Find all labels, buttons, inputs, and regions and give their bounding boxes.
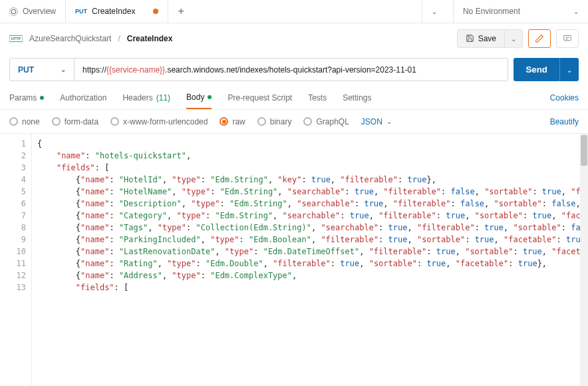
subtab-params[interactable]: Params	[9, 86, 44, 109]
scrollbar[interactable]	[580, 134, 588, 386]
tabs-dropdown[interactable]: ⌄	[422, 0, 446, 23]
breadcrumb-collection[interactable]: AzureSearchQuickstart	[29, 34, 111, 43]
http-icon: HTTP	[9, 35, 23, 43]
code-editor[interactable]: 12345678910111213 { "name": "hotels-quic…	[0, 134, 588, 386]
save-icon	[466, 34, 474, 43]
save-label: Save	[478, 34, 496, 43]
save-options-button[interactable]: ⌄	[505, 29, 523, 48]
body-formdata[interactable]: form-data	[52, 117, 98, 126]
new-tab-button[interactable]: +	[168, 5, 193, 17]
url-suffix: .search.windows.net/indexes/hotels-quick…	[165, 65, 416, 75]
comment-icon	[563, 34, 572, 43]
tab-active-label: CreateIndex	[92, 7, 135, 16]
subtab-prerequest[interactable]: Pre-request Script	[227, 86, 292, 109]
environment-label: No Environment	[463, 7, 520, 16]
edit-button[interactable]	[528, 29, 551, 48]
send-options-button[interactable]: ⌄	[559, 58, 579, 81]
scroll-thumb[interactable]	[581, 135, 587, 166]
subtab-body[interactable]: Body	[186, 86, 212, 109]
svg-rect-4	[564, 35, 571, 41]
body-binary[interactable]: binary	[257, 117, 292, 126]
sub-tabs: Params Authorization Headers (11) Body P…	[0, 86, 588, 110]
body-graphql[interactable]: GraphQL	[303, 117, 349, 126]
breadcrumb-sep: /	[118, 34, 120, 43]
top-tabs: Overview PUT CreateIndex + ⌄ No Environm…	[0, 0, 588, 23]
tab-overview-label: Overview	[23, 7, 56, 16]
subtab-tests[interactable]: Tests	[308, 86, 327, 109]
breadcrumb-row: HTTP AzureSearchQuickstart / CreateIndex…	[0, 23, 588, 53]
postman-icon	[9, 7, 18, 16]
code-content[interactable]: { "name": "hotels-quickstart", "fields":…	[32, 134, 588, 386]
body-xwww[interactable]: x-www-form-urlencoded	[110, 117, 208, 126]
subtab-authorization[interactable]: Authorization	[60, 86, 106, 109]
breadcrumb-current: CreateIndex	[127, 34, 173, 43]
tab-createindex[interactable]: PUT CreateIndex	[65, 0, 168, 23]
tab-overview[interactable]: Overview	[0, 0, 65, 23]
subtab-headers[interactable]: Headers (11)	[122, 86, 170, 109]
line-gutter: 12345678910111213	[0, 134, 32, 386]
method-badge: PUT	[75, 8, 87, 15]
svg-point-0	[11, 9, 16, 14]
request-row: PUT ⌄ https://{{service-name}}.search.wi…	[0, 53, 588, 86]
send-button[interactable]: Send	[514, 58, 559, 81]
active-dot-icon	[208, 95, 212, 99]
svg-text:HTTP: HTTP	[11, 37, 21, 41]
body-raw[interactable]: raw	[220, 117, 245, 126]
active-dot-icon	[40, 96, 44, 100]
cookies-link[interactable]: Cookies	[550, 93, 579, 102]
body-lang-select[interactable]: JSON⌄	[361, 117, 392, 126]
subtab-settings[interactable]: Settings	[343, 86, 371, 109]
body-none[interactable]: none	[9, 117, 40, 126]
pencil-icon	[535, 34, 544, 43]
url-input[interactable]: https://{{service-name}}.search.windows.…	[74, 58, 508, 81]
unsaved-dot-icon	[153, 9, 158, 14]
url-variable: {{service-name}}	[106, 65, 165, 75]
url-prefix: https://	[82, 65, 106, 75]
method-select[interactable]: PUT ⌄	[9, 58, 74, 81]
comments-button[interactable]	[556, 29, 579, 48]
body-options: none form-data x-www-form-urlencoded raw…	[0, 110, 588, 134]
save-button[interactable]: Save	[457, 29, 505, 48]
environment-select[interactable]: No Environment ⌄	[453, 0, 588, 23]
beautify-link[interactable]: Beautify	[550, 117, 579, 126]
method-label: PUT	[18, 65, 34, 75]
svg-point-1	[10, 7, 18, 15]
